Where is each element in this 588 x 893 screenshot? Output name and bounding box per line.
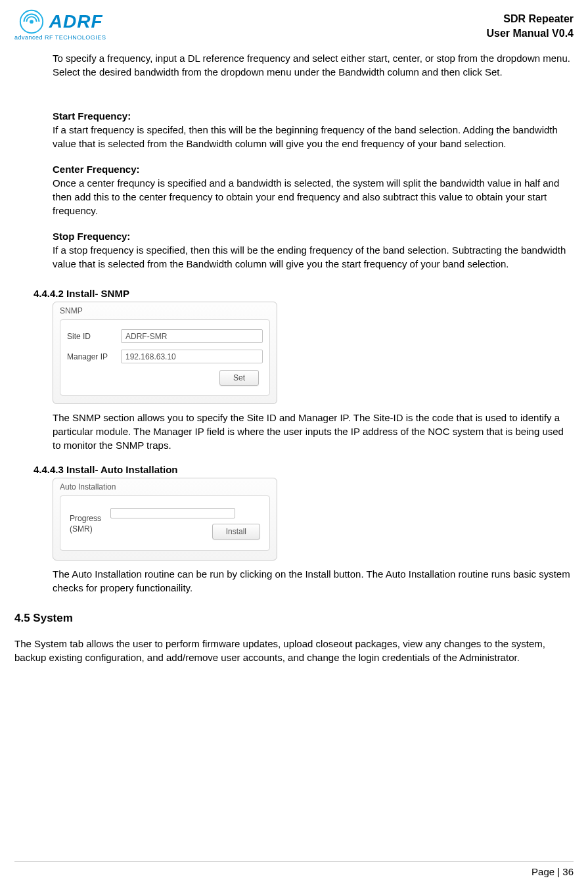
snmp-button-row: Set xyxy=(67,370,263,386)
set-button[interactable]: Set xyxy=(219,370,259,386)
center-frequency-label: Center Frequency: xyxy=(53,162,574,176)
page-content: To specify a frequency, input a DL refer… xyxy=(0,41,588,664)
progress-label-line2: (SMR) xyxy=(70,524,101,534)
progress-bar xyxy=(110,508,235,518)
page-number: Page | 36 xyxy=(531,866,574,877)
snmp-panel-inner: Site ID Manager IP Set xyxy=(60,319,270,396)
site-id-input[interactable] xyxy=(121,329,263,343)
auto-install-paragraph: The Auto Installation routine can be run… xyxy=(53,567,574,595)
auto-install-panel: Auto Installation Progress (SMR) Install xyxy=(53,478,277,561)
auto-install-panel-title: Auto Installation xyxy=(53,478,277,493)
stop-frequency-body: If a stop frequency is specified, then t… xyxy=(53,243,574,271)
stop-frequency-label: Stop Frequency: xyxy=(53,229,574,243)
auto-install-inner: Progress (SMR) Install xyxy=(60,495,270,551)
auto-install-controls: Install xyxy=(110,508,260,539)
manager-ip-input[interactable] xyxy=(121,350,263,363)
auto-install-panel-wrap: Auto Installation Progress (SMR) Install xyxy=(53,478,574,561)
install-button-row: Install xyxy=(110,524,260,539)
stop-frequency-block: Stop Frequency: If a stop frequency is s… xyxy=(53,229,574,271)
intro-paragraph: To specify a frequency, input a DL refer… xyxy=(53,51,574,79)
progress-label: Progress (SMR) xyxy=(70,513,101,534)
start-frequency-block: Start Frequency: If a start frequency is… xyxy=(53,109,574,150)
snmp-panel: SNMP Site ID Manager IP Set xyxy=(53,302,277,404)
snmp-heading: 4.4.4.2 Install- SNMP xyxy=(34,288,574,299)
center-frequency-block: Center Frequency: Once a center frequncy… xyxy=(53,162,574,218)
manager-ip-row: Manager IP xyxy=(67,350,263,363)
system-paragraph: The System tab allows the user to perfor… xyxy=(14,637,574,664)
snmp-paragraph: The SNMP section allows you to specify t… xyxy=(53,411,574,452)
site-id-label: Site ID xyxy=(67,332,121,341)
manager-ip-label: Manager IP xyxy=(67,352,121,361)
start-frequency-body: If a start frequency is specifed, then t… xyxy=(53,123,574,150)
logo-swirl-icon xyxy=(18,8,45,35)
logo-text: ADRF xyxy=(49,11,103,32)
progress-label-line1: Progress xyxy=(70,513,101,524)
page-footer: Page | 36 xyxy=(14,861,574,877)
svg-point-1 xyxy=(30,20,34,24)
logo-tagline: advanced RF TECHNOLOGIES xyxy=(14,34,106,41)
auto-install-heading: 4.4.4.3 Install- Auto Installation xyxy=(34,464,574,475)
snmp-panel-title: SNMP xyxy=(53,302,277,317)
center-frequency-body: Once a center frequncy is specified and … xyxy=(53,176,574,218)
site-id-row: Site ID xyxy=(67,329,263,343)
header-title: SDR Repeater User Manual V0.4 xyxy=(487,8,574,40)
start-frequency-label: Start Frequency: xyxy=(53,109,574,123)
logo-block: ADRF advanced RF TECHNOLOGIES xyxy=(14,8,106,41)
system-heading: 4.5 System xyxy=(14,612,574,625)
doc-version: User Manual V0.4 xyxy=(487,26,574,41)
snmp-panel-wrap: SNMP Site ID Manager IP Set xyxy=(53,302,574,404)
logo: ADRF xyxy=(18,8,103,35)
doc-title: SDR Repeater xyxy=(487,12,574,26)
install-button[interactable]: Install xyxy=(212,524,260,539)
page-header: ADRF advanced RF TECHNOLOGIES SDR Repeat… xyxy=(0,0,588,41)
